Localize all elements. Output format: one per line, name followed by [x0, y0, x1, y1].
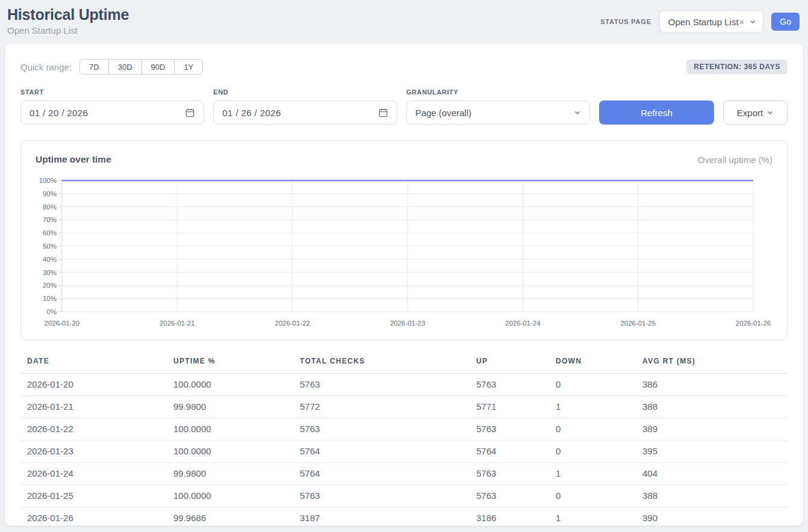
start-date-input[interactable]: 01 / 20 / 2026 [20, 101, 204, 125]
table-cell: 99.9800 [167, 463, 293, 485]
quick-range-7d[interactable]: 7D [79, 59, 109, 75]
table-cell: 1 [549, 463, 636, 485]
end-date-label: END [213, 88, 397, 96]
granularity-select[interactable]: Page (overall) [406, 101, 590, 125]
title-block: Historical Uptime Open Startup List [7, 6, 129, 36]
quick-range-row: Quick range: 7D30D90D1Y RETENTION: 365 D… [20, 59, 788, 75]
quick-range-1y[interactable]: 1Y [174, 59, 203, 75]
table-row: 2026-01-2199.9800577257711388 [20, 396, 788, 418]
table-row: 2026-01-20100.0000576357630386 [20, 374, 788, 396]
table-cell: 5763 [293, 374, 470, 396]
status-page-value: Open Startup List [668, 17, 739, 27]
table-cell: 5764 [293, 441, 470, 463]
table-cell: 388 [636, 485, 788, 507]
chart-legend-label: Overall uptime (%) [698, 155, 772, 165]
export-button[interactable]: Export [723, 101, 788, 125]
page-header: Historical Uptime Open Startup List STAT… [0, 0, 808, 43]
table-row: 2026-01-2499.9800576457631404 [20, 463, 788, 485]
quick-range-group: 7D30D90D1Y [79, 59, 203, 75]
page-subtitle: Open Startup List [7, 25, 129, 36]
table-cell: 0 [549, 418, 636, 441]
retention-badge: RETENTION: 365 DAYS [686, 60, 788, 74]
start-date-field: START 01 / 20 / 2026 [20, 88, 204, 125]
table-header-row: DATEUPTIME %TOTAL CHECKSUPDOWNAVG RT (MS… [20, 356, 788, 374]
svg-text:2026-01-21: 2026-01-21 [160, 320, 195, 327]
table-cell: 388 [636, 396, 788, 418]
uptime-table-body: 2026-01-20100.00005763576303862026-01-21… [20, 374, 788, 527]
table-cell: 2026-01-23 [20, 441, 167, 463]
table-row: 2026-01-23100.0000576457640395 [20, 441, 788, 463]
table-cell: 395 [636, 441, 788, 463]
column-header: TOTAL CHECKS [293, 356, 470, 374]
table-cell: 2026-01-26 [20, 507, 167, 527]
main-panel: Quick range: 7D30D90D1Y RETENTION: 365 D… [5, 43, 803, 526]
table-cell: 2026-01-25 [20, 485, 167, 507]
end-date-value: 01 / 26 / 2026 [222, 108, 281, 118]
quick-range-label: Quick range: [20, 62, 72, 72]
table-cell: 5764 [293, 463, 470, 485]
table-cell: 0 [549, 374, 636, 396]
calendar-icon[interactable] [378, 108, 388, 118]
quick-range-90d[interactable]: 90D [141, 59, 175, 75]
column-header: AVG RT (MS) [636, 356, 788, 374]
table-cell: 5763 [293, 418, 470, 441]
table-cell: 386 [636, 374, 788, 396]
svg-text:0%: 0% [46, 308, 57, 315]
svg-text:40%: 40% [43, 256, 57, 263]
end-date-input[interactable]: 01 / 26 / 2026 [213, 101, 397, 125]
table-cell: 0 [549, 441, 636, 463]
svg-text:60%: 60% [43, 229, 57, 237]
svg-text:10%: 10% [43, 295, 57, 302]
svg-text:30%: 30% [43, 269, 57, 276]
chart-title: Uptime over time [36, 154, 111, 165]
svg-text:50%: 50% [43, 243, 57, 250]
table-cell: 2026-01-21 [20, 396, 167, 418]
svg-text:2026-01-26: 2026-01-26 [736, 320, 771, 327]
filters-row: START 01 / 20 / 2026 END 01 / 26 / 2026 … [20, 88, 788, 125]
table-cell: 99.9800 [167, 396, 293, 418]
clear-icon[interactable]: × [739, 17, 745, 27]
start-date-label: START [20, 88, 204, 96]
table-cell: 5763 [470, 463, 549, 485]
table-cell: 5771 [470, 396, 549, 418]
table-cell: 5764 [470, 441, 549, 463]
table-cell: 100.0000 [167, 374, 293, 396]
table-cell: 2026-01-20 [20, 374, 167, 396]
page-title: Historical Uptime [7, 6, 129, 23]
table-row: 2026-01-22100.0000576357630389 [20, 418, 788, 441]
table-cell: 5763 [470, 374, 549, 396]
status-page-label: STATUS PAGE [600, 18, 651, 25]
chevron-down-icon [574, 109, 581, 116]
table-cell: 2026-01-24 [20, 463, 167, 485]
svg-text:2026-01-24: 2026-01-24 [505, 320, 541, 327]
table-cell: 1 [549, 507, 636, 527]
table-row: 2026-01-25100.0000576357630388 [20, 485, 788, 507]
granularity-value: Page (overall) [415, 108, 471, 118]
table-cell: 5763 [470, 418, 549, 441]
uptime-chart-svg: 0%10%20%30%40%50%60%70%80%90%100%2026-01… [36, 175, 772, 333]
table-cell: 100.0000 [167, 418, 293, 441]
uptime-chart-card: Uptime over time Overall uptime (%) 0%10… [20, 140, 788, 340]
uptime-table: DATEUPTIME %TOTAL CHECKSUPDOWNAVG RT (MS… [20, 356, 788, 526]
table-cell: 389 [636, 418, 788, 441]
table-cell: 100.0000 [167, 441, 293, 463]
table-cell: 3187 [293, 507, 470, 527]
end-date-field: END 01 / 26 / 2026 [213, 88, 397, 125]
column-header: UP [470, 356, 549, 374]
table-cell: 100.0000 [167, 485, 293, 507]
svg-text:2026-01-22: 2026-01-22 [275, 320, 310, 327]
svg-text:2026-01-20: 2026-01-20 [45, 320, 80, 327]
granularity-field: GRANULARITY Page (overall) [406, 88, 590, 125]
calendar-icon[interactable] [185, 108, 195, 118]
refresh-button[interactable]: Refresh [599, 101, 714, 125]
column-header: DATE [20, 356, 167, 374]
table-cell: 2026-01-22 [20, 418, 167, 441]
svg-text:2026-01-25: 2026-01-25 [620, 320, 656, 327]
go-button[interactable]: Go [771, 13, 800, 31]
status-page-select[interactable]: Open Startup List × [659, 10, 764, 33]
svg-text:90%: 90% [43, 190, 57, 197]
quick-range-30d[interactable]: 30D [108, 59, 142, 75]
uptime-table-wrap: DATEUPTIME %TOTAL CHECKSUPDOWNAVG RT (MS… [20, 356, 788, 526]
table-cell: 0 [549, 485, 636, 507]
table-row: 2026-01-2699.9686318731861390 [20, 507, 788, 527]
